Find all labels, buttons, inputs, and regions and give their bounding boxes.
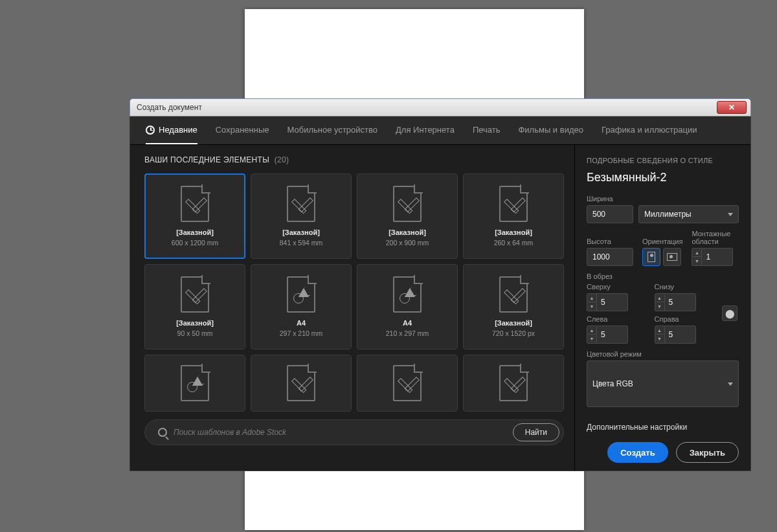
document-shapes-icon — [181, 365, 209, 401]
preset-card[interactable]: [Заказной]720 x 1520 px — [463, 264, 564, 349]
tab-4[interactable]: Печать — [473, 116, 501, 144]
tab-6[interactable]: Графика и иллюстрации — [602, 116, 697, 144]
search-input[interactable] — [174, 428, 513, 437]
search-go-button[interactable]: Найти — [513, 423, 559, 441]
step-up-icon[interactable]: ▲ — [692, 248, 702, 257]
artboards-label: Монтажные области — [692, 230, 739, 245]
more-settings[interactable]: Дополнительные настройки — [587, 423, 739, 432]
tab-1[interactable]: Сохраненные — [216, 116, 269, 144]
details-heading: ПОДРОБНЫЕ СВЕДЕНИЯ О СТИЛЕ — [587, 157, 739, 164]
preset-card[interactable]: [Заказной]841 x 594 mm — [251, 173, 352, 259]
section-title: ВАШИ ПОСЛЕДНИЕ ЭЛЕМЕНТЫ (20) — [144, 155, 564, 164]
bleed-right[interactable]: ▲▼ — [655, 326, 717, 344]
document-pencil-icon — [499, 365, 528, 401]
document-shapes-icon — [393, 276, 422, 313]
orientation-portrait[interactable] — [642, 248, 660, 266]
window-close-button[interactable]: ✕ — [717, 101, 747, 114]
document-pencil-icon — [287, 365, 315, 401]
link-bleed-icon[interactable]: ⬤ — [722, 305, 738, 321]
preset-card[interactable]: A4210 x 297 mm — [357, 264, 458, 349]
tab-3[interactable]: Для Интернета — [396, 116, 455, 144]
color-mode-label: Цветовой режим — [587, 350, 739, 358]
preset-card[interactable] — [463, 355, 564, 412]
search-icon — [158, 428, 167, 437]
document-pencil-icon — [181, 186, 209, 222]
preset-card[interactable] — [357, 355, 458, 412]
orientation-label: Ориентация — [642, 238, 682, 245]
height-label: Высота — [587, 238, 633, 245]
width-input[interactable] — [587, 205, 633, 223]
preset-card[interactable]: [Заказной]600 x 1200 mm — [144, 173, 245, 259]
chevron-down-icon — [728, 213, 733, 216]
preset-card[interactable] — [144, 355, 245, 412]
preset-card[interactable]: [Заказной]200 x 900 mm — [357, 173, 458, 259]
artboards-stepper[interactable]: ▲▼ — [692, 248, 739, 266]
bleed-left[interactable]: ▲▼ — [587, 326, 649, 344]
presets-panel: ВАШИ ПОСЛЕДНИЕ ЭЛЕМЕНТЫ (20) [Заказной]6… — [130, 145, 574, 471]
document-pencil-icon — [287, 186, 315, 222]
stock-search: Найти — [144, 419, 564, 445]
titlebar[interactable]: Создать документ ✕ — [130, 98, 751, 116]
width-label: Ширина — [587, 195, 739, 203]
step-down-icon[interactable]: ▼ — [692, 257, 702, 266]
close-button[interactable]: Закрыть — [676, 442, 739, 463]
document-shapes-icon — [287, 276, 315, 313]
document-pencil-icon — [499, 186, 528, 222]
document-pencil-icon — [393, 186, 422, 222]
tab-5[interactable]: Фильмы и видео — [518, 116, 583, 144]
new-document-dialog: Создать документ ✕ НедавниеСохраненныеМо… — [130, 98, 751, 471]
units-select[interactable]: Миллиметры — [638, 205, 739, 223]
color-mode-select[interactable]: Цвета RGB — [587, 360, 739, 407]
orientation-landscape[interactable] — [663, 248, 681, 266]
document-pencil-icon — [499, 276, 528, 313]
bleed-bottom[interactable]: ▲▼ — [655, 293, 717, 311]
clock-icon — [146, 126, 155, 135]
window-title: Создать документ — [137, 103, 202, 112]
document-pencil-icon — [393, 365, 422, 401]
height-input[interactable] — [587, 248, 633, 266]
document-name[interactable]: Безымянный-2 — [587, 171, 739, 184]
tab-0[interactable]: Недавние — [146, 116, 197, 144]
create-button[interactable]: Создать — [607, 442, 668, 463]
document-pencil-icon — [181, 276, 209, 313]
preset-card[interactable] — [251, 355, 352, 412]
preset-grid: [Заказной]600 x 1200 mm[Заказной]841 x 5… — [144, 173, 564, 412]
bleed-label: В обрез — [587, 272, 739, 280]
bleed-top[interactable]: ▲▼ — [587, 293, 649, 311]
preset-card[interactable]: [Заказной]260 x 64 mm — [463, 173, 564, 259]
preset-card[interactable]: [Заказной]90 x 50 mm — [144, 264, 245, 349]
preset-card[interactable]: A4297 x 210 mm — [251, 264, 352, 349]
tab-2[interactable]: Мобильное устройство — [287, 116, 378, 144]
chevron-down-icon — [728, 382, 733, 386]
details-panel: ПОДРОБНЫЕ СВЕДЕНИЯ О СТИЛЕ Безымянный-2 … — [574, 145, 750, 471]
category-tabs: НедавниеСохраненныеМобильное устройствоД… — [130, 116, 750, 145]
